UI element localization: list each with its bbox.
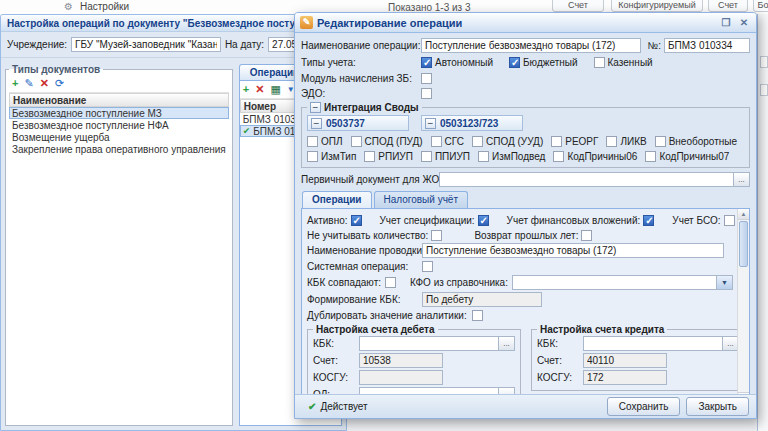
number-input[interactable] — [664, 38, 750, 53]
return-checkbox[interactable] — [581, 230, 592, 241]
spec-group[interactable]: Учет спецификации: — [380, 215, 489, 226]
checkbox-reorg[interactable]: РЕОРГ — [551, 136, 598, 147]
add-icon[interactable]: + — [243, 84, 249, 95]
checkbox-kodprichiny07[interactable]: КодПричины07 — [645, 151, 729, 162]
tab-operations[interactable]: Операции — [302, 191, 372, 208]
vertical-scrollbar[interactable]: ▲ ▼ — [737, 209, 749, 394]
checkbox[interactable] — [421, 151, 432, 162]
checkbox[interactable] — [606, 136, 617, 147]
kfo-combo[interactable] — [512, 275, 717, 290]
bso-checkbox[interactable] — [724, 215, 735, 226]
duplicate-analytics-checkbox[interactable] — [472, 310, 483, 321]
doc-type-row[interactable]: Безвозмездное поступление НФА — [9, 119, 229, 131]
checkbox[interactable] — [364, 151, 375, 162]
report-panel-0503123[interactable]: − 0503123/723 — [421, 115, 523, 131]
save-button[interactable]: Сохранить — [607, 397, 681, 416]
collapse-icon[interactable]: − — [311, 118, 322, 129]
checkbox[interactable] — [351, 136, 362, 147]
edit-icon[interactable]: ✎ — [24, 78, 33, 89]
checkbox-kodprichiny06[interactable]: КодПричины06 — [553, 151, 637, 162]
debit-kosgu-input[interactable] — [359, 370, 443, 385]
maximize-icon[interactable]: ❐ — [719, 16, 733, 30]
lookup-button[interactable]: ... — [499, 336, 515, 351]
lookup-button[interactable]: ... — [499, 387, 515, 394]
lookup-button[interactable]: ... — [734, 172, 750, 187]
delete-icon[interactable]: ✕ — [255, 84, 264, 95]
kbk-match-checkbox[interactable] — [385, 277, 396, 288]
checkbox[interactable] — [509, 57, 520, 68]
checkbox[interactable] — [655, 136, 666, 147]
checkbox-ppiup[interactable]: ППИУП — [421, 151, 470, 162]
debit-ol-input[interactable] — [359, 387, 499, 394]
checkbox[interactable] — [553, 151, 564, 162]
checkbox-opl[interactable]: ОПЛ — [307, 136, 343, 147]
delete-icon[interactable]: ✕ — [40, 78, 49, 89]
close-button[interactable]: Закрыть — [686, 397, 749, 416]
checkbox-spod-pud[interactable]: СПОД (ПУД) — [351, 136, 423, 147]
checkbox[interactable] — [472, 136, 483, 147]
checkbox-likv[interactable]: ЛИКВ — [606, 136, 646, 147]
shortcut-card-configurable[interactable]: Конфигурируемый — [611, 0, 703, 12]
debit-kbk-input[interactable] — [359, 336, 499, 351]
doc-type-row[interactable]: Закрепление права оперативного управлени… — [9, 143, 229, 155]
credit-kosgu-input[interactable] — [583, 370, 667, 385]
doc-type-row[interactable]: Безвозмездное поступление МЗ — [9, 107, 229, 119]
primary-doc-input[interactable] — [439, 172, 734, 187]
doc-types-column-header[interactable]: Наименование — [9, 93, 229, 107]
checkbox[interactable] — [645, 151, 656, 162]
close-icon[interactable]: ✕ — [737, 16, 751, 30]
spec-checkbox[interactable] — [478, 215, 489, 226]
checkbox[interactable] — [594, 57, 605, 68]
credit-account-input[interactable] — [583, 353, 667, 368]
acts-toggle[interactable]: ✔ Действует — [302, 400, 374, 413]
system-operation-checkbox[interactable] — [422, 261, 433, 272]
checkbox[interactable] — [431, 136, 442, 147]
checkbox-state[interactable]: Казенный — [594, 57, 653, 68]
checkbox-izmtip[interactable]: ИзмТип — [307, 151, 356, 162]
bso-group[interactable]: Учет БСО: — [672, 215, 734, 226]
fin-checkbox[interactable] — [643, 215, 654, 226]
posting-name-input[interactable] — [422, 243, 724, 258]
add-icon[interactable]: + — [12, 78, 18, 89]
active-checkbox[interactable] — [351, 215, 362, 226]
no-qty-group[interactable]: Не учитывать количество: — [307, 230, 442, 241]
shortcut-card-boro[interactable]: Боро — [753, 0, 768, 12]
shortcut-card-schet-2[interactable]: Счет — [708, 0, 748, 12]
kbk-formation-input[interactable] — [422, 292, 542, 307]
edo-checkbox[interactable] — [421, 88, 432, 99]
no-qty-checkbox[interactable] — [431, 230, 442, 241]
checkbox[interactable] — [421, 57, 432, 68]
checkbox-autonomous[interactable]: Автономный — [421, 57, 493, 68]
settings-label[interactable]: Настройки — [80, 1, 129, 12]
refresh-icon[interactable]: ⟳ — [55, 78, 64, 89]
checkbox-budget[interactable]: Бюджетный — [509, 57, 577, 68]
zb-checkbox[interactable] — [421, 73, 432, 84]
credit-kbk-input[interactable] — [583, 336, 723, 351]
doc-type-row[interactable]: Возмещение ущерба — [9, 131, 229, 143]
scroll-up-icon[interactable]: ▲ — [738, 209, 749, 220]
scrollbar-thumb[interactable] — [739, 221, 748, 267]
shortcut-card-schet-1[interactable]: Счет — [552, 0, 604, 12]
checkbox-spod-uud[interactable]: СПОД (УУД) — [472, 136, 543, 147]
gear-icon[interactable]: ⚙ — [64, 1, 73, 12]
tab-tax-accounting[interactable]: Налоговый учёт — [374, 191, 469, 208]
dialog-titlebar[interactable]: ✎ Редактирование операции ❐ ✕ — [295, 13, 756, 33]
active-group[interactable]: Активно: — [307, 215, 362, 226]
collapse-icon[interactable]: − — [425, 118, 436, 129]
checkbox[interactable] — [551, 136, 562, 147]
excel-export-icon[interactable]: ▦ — [270, 84, 280, 95]
institution-input[interactable] — [71, 37, 221, 52]
return-group[interactable]: Возврат прошлых лет: — [474, 230, 592, 241]
checkbox-rpiup[interactable]: РПИУП — [364, 151, 413, 162]
fin-group[interactable]: Учет финансовых вложений: — [507, 215, 655, 226]
checkbox[interactable] — [478, 151, 489, 162]
checkbox-izmpodved[interactable]: ИзмПодвед — [478, 151, 545, 162]
checkbox-sgs[interactable]: СГС — [431, 136, 464, 147]
dropdown-icon[interactable]: ▼ — [717, 275, 733, 290]
operation-name-input[interactable] — [421, 38, 641, 53]
collapse-icon[interactable]: − — [310, 102, 321, 113]
report-panel-0503737[interactable]: − 0503737 — [307, 115, 409, 131]
checkbox[interactable] — [307, 136, 318, 147]
checkbox[interactable] — [307, 151, 318, 162]
debit-account-input[interactable] — [359, 353, 443, 368]
